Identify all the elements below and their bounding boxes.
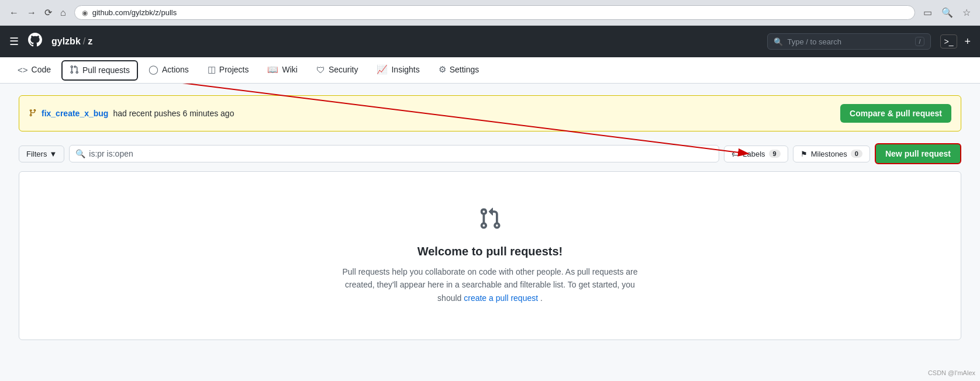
label-icon: 🏷 (731, 150, 739, 158)
push-banner-content: fix_create_x_bug had recent pushes 6 min… (29, 109, 234, 119)
code-icon: <> (18, 65, 28, 75)
github-logo[interactable] (28, 33, 42, 50)
push-banner-message: had recent pushes 6 minutes ago (113, 109, 234, 118)
address-text: github.com/gylzbk/z/pulls (92, 8, 177, 17)
terminal-icon[interactable]: >_ (940, 34, 958, 49)
nav-wiki-label: Wiki (282, 65, 297, 74)
search-shortcut: / (915, 37, 924, 46)
nav-security-label: Security (329, 65, 358, 74)
breadcrumb-user[interactable]: gylzbk (51, 36, 81, 47)
breadcrumb: gylzbk / z (51, 36, 92, 47)
empty-state-title: Welcome to pull requests! (31, 245, 949, 258)
empty-desc-end: . (540, 293, 543, 303)
new-pull-request-button[interactable]: New pull request (875, 143, 961, 164)
nav-actions[interactable]: ◯ Actions (140, 57, 197, 83)
actions-icon: ◯ (149, 64, 158, 75)
milestones-count: 0 (851, 150, 862, 158)
header-icons: >_ + (940, 34, 971, 49)
pr-search-bar[interactable]: 🔍 (69, 145, 719, 162)
nav-wiki[interactable]: 📖 Wiki (259, 57, 305, 83)
branch-link[interactable]: fix_create_x_bug (42, 109, 108, 118)
empty-state: Welcome to pull requests! Pull requests … (19, 172, 961, 340)
search-icon: 🔍 (75, 149, 85, 158)
breadcrumb-repo[interactable]: z (88, 36, 92, 47)
nav-projects[interactable]: ◫ Projects (199, 57, 257, 83)
nav-code[interactable]: <> Code (9, 58, 59, 83)
nav-actions-label: Actions (162, 65, 189, 74)
repo-nav: <> Code Pull requests ◯ Actions ◫ Projec… (0, 57, 980, 84)
create-pr-link[interactable]: create a pull request (464, 293, 538, 303)
search-icon: 🔍 (774, 37, 783, 46)
home-button[interactable]: ⌂ (58, 5, 68, 20)
compare-pull-request-button[interactable]: Compare & pull request (840, 104, 951, 123)
nav-pull-requests-label: Pull requests (82, 65, 130, 75)
milestone-icon: ⚑ (800, 150, 808, 158)
pull-request-icon (70, 65, 79, 76)
forward-button[interactable]: → (25, 5, 39, 20)
settings-icon: ⚙ (439, 64, 446, 75)
main-content: fix_create_x_bug had recent pushes 6 min… (0, 84, 980, 352)
nav-settings-label: Settings (450, 65, 479, 74)
nav-code-label: Code (32, 65, 51, 74)
security-icon: 🛡 (316, 65, 325, 75)
milestones-button[interactable]: ⚑ Milestones 0 (793, 146, 870, 162)
breadcrumb-separator: / (83, 36, 85, 47)
cast-button[interactable]: ▭ (921, 5, 934, 20)
empty-state-icon (31, 207, 949, 235)
reload-button[interactable]: ⟳ (42, 5, 54, 20)
github-header: ☰ gylzbk / z 🔍 Type / to search / >_ + (0, 26, 980, 57)
projects-icon: ◫ (208, 64, 216, 75)
bookmark-button[interactable]: ☆ (960, 5, 973, 20)
address-security-icon: ◉ (82, 9, 88, 17)
pr-search-input[interactable] (89, 149, 713, 158)
nav-security[interactable]: 🛡 Security (308, 58, 367, 83)
labels-count: 9 (769, 150, 781, 158)
labels-button[interactable]: 🏷 Labels 9 (724, 146, 788, 162)
pr-list-area: Welcome to pull requests! Pull requests … (19, 171, 961, 340)
hamburger-menu[interactable]: ☰ (9, 35, 19, 48)
browser-actions: ▭ 🔍 ☆ (921, 5, 973, 20)
back-button[interactable]: ← (7, 5, 21, 20)
browser-chrome: ← → ⟳ ⌂ ◉ github.com/gylzbk/z/pulls ▭ 🔍 … (0, 0, 980, 26)
insights-icon: 📈 (377, 64, 388, 75)
push-banner: fix_create_x_bug had recent pushes 6 min… (19, 95, 961, 131)
chevron-down-icon: ▼ (49, 150, 57, 158)
milestones-text: Milestones (811, 150, 847, 158)
global-search[interactable]: 🔍 Type / to search / (767, 33, 931, 50)
wiki-icon: 📖 (267, 64, 278, 75)
filters-dropdown[interactable]: Filters ▼ (19, 146, 64, 162)
filters-label: Filters (26, 150, 47, 158)
nav-projects-label: Projects (219, 65, 249, 74)
zoom-button[interactable]: 🔍 (939, 5, 955, 20)
labels-text: Labels (743, 150, 765, 158)
empty-state-description: Pull requests help you collaborate on co… (338, 265, 642, 304)
nav-settings[interactable]: ⚙ Settings (430, 57, 488, 83)
branch-icon (29, 109, 37, 119)
search-placeholder-text: Type / to search (788, 37, 842, 46)
filters-bar: Filters ▼ 🔍 🏷 Labels 9 ⚑ Milestones 0 Ne… (19, 143, 961, 164)
nav-pull-requests[interactable]: Pull requests (61, 60, 138, 81)
nav-insights[interactable]: 📈 Insights (368, 57, 427, 83)
address-bar[interactable]: ◉ github.com/gylzbk/z/pulls (74, 5, 915, 20)
new-item-button[interactable]: + (964, 36, 971, 48)
browser-nav-buttons: ← → ⟳ ⌂ (7, 5, 68, 20)
nav-insights-label: Insights (391, 65, 419, 74)
